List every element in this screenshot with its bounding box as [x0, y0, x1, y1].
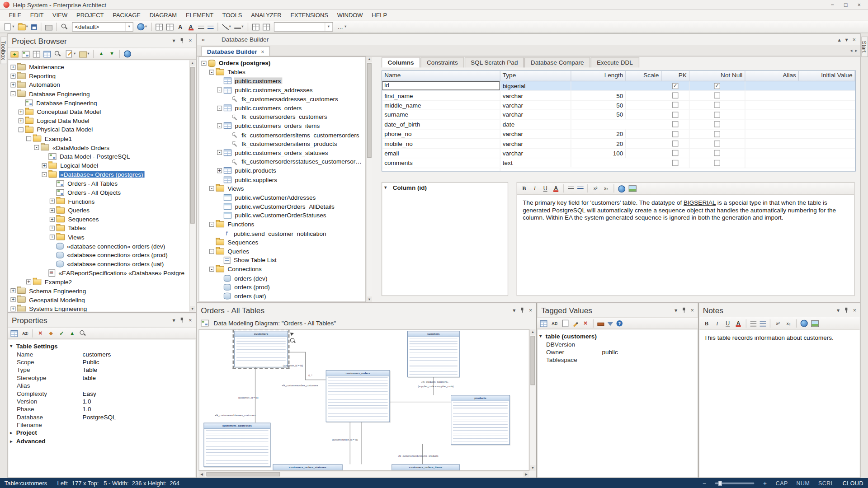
menu-edit[interactable]: EDIT [26, 12, 48, 19]
tab-execute-ddl[interactable]: Execute DDL [590, 57, 639, 67]
quicklink-cursor-icon[interactable] [290, 332, 294, 336]
tree-item[interactable]: orders (uat) [199, 291, 366, 300]
insert-element-button[interactable] [42, 49, 52, 59]
not-null-checkbox[interactable] [714, 141, 720, 146]
bullet-list-button[interactable] [749, 318, 758, 328]
tree-item[interactable]: fk_customersorders_customers [199, 113, 366, 122]
new-element-button[interactable] [32, 49, 41, 59]
collapse-icon[interactable]: - [42, 172, 47, 177]
notes-text[interactable]: This table records information about cus… [699, 330, 859, 477]
layout-diagram-button[interactable] [251, 22, 260, 32]
tree-item[interactable]: -Views [199, 184, 366, 193]
grid-row[interactable]: mobile_novarchar20 [382, 139, 855, 149]
menu-element[interactable]: ELEMENT [181, 12, 218, 19]
maximize-button[interactable]: □ [842, 2, 849, 8]
tree-item[interactable]: orders (dev) [199, 274, 366, 283]
entity-customers[interactable]: customers [234, 331, 288, 367]
property-row[interactable]: Alias [9, 382, 195, 389]
column-header-not-null[interactable]: Not Null [689, 71, 745, 81]
new-diagram-button[interactable] [21, 49, 31, 59]
pk-checkbox[interactable] [672, 83, 679, 89]
pk-checkbox[interactable] [672, 160, 679, 166]
tree-item[interactable]: Sequences [199, 238, 366, 247]
tab-columns[interactable]: Columns [382, 57, 420, 67]
tree-item[interactable]: +Functions [9, 197, 189, 206]
align-elements-button[interactable] [154, 22, 164, 32]
print-button[interactable] [44, 22, 54, 32]
tree-item[interactable]: -public.customers_orders_items [199, 122, 366, 131]
expand-icon[interactable]: + [10, 82, 15, 87]
bold-button[interactable] [702, 318, 711, 328]
column-notes-header[interactable]: ▾ Column (id) [382, 183, 508, 192]
not-null-checkbox[interactable] [714, 83, 720, 89]
pk-checkbox[interactable] [672, 131, 679, 137]
subscript-button[interactable] [784, 318, 793, 328]
grid-row[interactable]: commentstext [382, 158, 855, 168]
tab-database-compare[interactable]: Database Compare [524, 57, 590, 67]
expand-icon[interactable]: + [50, 235, 55, 239]
apply-button[interactable] [57, 328, 66, 338]
menu-package[interactable]: PACKAGE [108, 12, 145, 19]
chevron-down-icon[interactable]: ▾ [125, 23, 132, 31]
bold-button[interactable] [519, 183, 529, 193]
collapse-icon[interactable]: - [209, 249, 214, 253]
browser-help-button[interactable] [123, 49, 132, 59]
menu-extensions[interactable]: EXTENSIONS [286, 12, 333, 19]
pk-checkbox[interactable] [672, 150, 679, 156]
tree-item[interactable]: public.send_customer_notification [199, 229, 366, 238]
tree-item[interactable]: public.suppliers [199, 175, 366, 184]
new-tag-button[interactable] [560, 318, 571, 328]
tagged-values-help-button[interactable] [615, 318, 624, 328]
tree-item[interactable]: +Reporting [9, 71, 189, 80]
bullet-list-button[interactable] [567, 183, 576, 193]
expand-icon[interactable]: + [10, 288, 15, 293]
italic-button[interactable] [530, 183, 539, 193]
reset-value-button[interactable] [36, 328, 45, 338]
scroll-up-icon[interactable]: ▲ [367, 56, 372, 62]
new-project-button[interactable]: ▾ [2, 22, 15, 32]
scroll-down-icon[interactable]: ▼ [530, 465, 535, 471]
tree-item[interactable]: -Orders (postgres) [199, 59, 366, 68]
tree-item[interactable]: -Connections [199, 265, 366, 274]
toolbox-tab[interactable]: Toolbox [0, 37, 7, 65]
grid-row[interactable]: date_of_birthdate [382, 120, 855, 129]
minimize-button[interactable]: − [829, 2, 836, 8]
sort-tags-button[interactable] [549, 318, 559, 328]
tree-item[interactable]: +Automation [9, 80, 189, 89]
tree-item[interactable]: Orders - All Objects [9, 188, 189, 197]
project-browser-scrollbar[interactable]: ▲ ▼ [189, 60, 195, 311]
stereotype-button[interactable] [46, 328, 56, 338]
close-button[interactable]: × [856, 2, 863, 8]
column-header-type[interactable]: Type [500, 71, 571, 81]
menu-tools[interactable]: TOOLS [218, 12, 246, 19]
tree-item[interactable]: +Example2 [9, 277, 189, 286]
expand-icon[interactable]: + [10, 74, 15, 79]
panel-menu-icon[interactable]: ▾ [845, 36, 848, 42]
close-icon[interactable]: × [189, 38, 192, 43]
entity-products[interactable]: products [451, 395, 510, 445]
tree-item[interactable]: -public.customers_addresses [199, 85, 366, 94]
section-table-settings[interactable]: ▾Table Settings [9, 342, 195, 350]
not-null-checkbox[interactable] [714, 112, 720, 117]
collapse-icon[interactable]: - [209, 267, 214, 272]
line-style-button[interactable]: ▾ [233, 22, 245, 32]
menu-window[interactable]: WINDOW [333, 12, 368, 19]
space-evenly-button[interactable] [165, 22, 175, 32]
tree-item[interactable]: +Queries [9, 206, 189, 215]
underline-button[interactable] [723, 318, 732, 328]
grid-view-button[interactable] [539, 318, 548, 328]
pin-icon[interactable] [844, 307, 849, 313]
tree-item[interactable]: -Queries [199, 247, 366, 256]
property-row[interactable]: Version1.0 [9, 397, 195, 405]
column-header-scale[interactable]: Scale [626, 71, 661, 81]
default-tags-button[interactable] [596, 318, 605, 328]
close-icon[interactable]: × [691, 307, 694, 313]
tree-item[interactable]: -Database Engineering [9, 89, 189, 99]
entity-customers-orders-items[interactable]: customers_orders_items [392, 464, 460, 471]
tree-item[interactable]: Orders - All Tables [9, 179, 189, 188]
tree-item[interactable]: fk_customersordersitems_customersorders [199, 130, 366, 139]
expand-icon[interactable]: + [217, 168, 222, 173]
tab-sql-scratch-pad[interactable]: SQL Scratch Pad [464, 57, 524, 67]
tree-item[interactable]: fk_customersordersstatuses_customersorde… [199, 157, 366, 166]
scrollbar-thumb[interactable] [207, 472, 280, 476]
